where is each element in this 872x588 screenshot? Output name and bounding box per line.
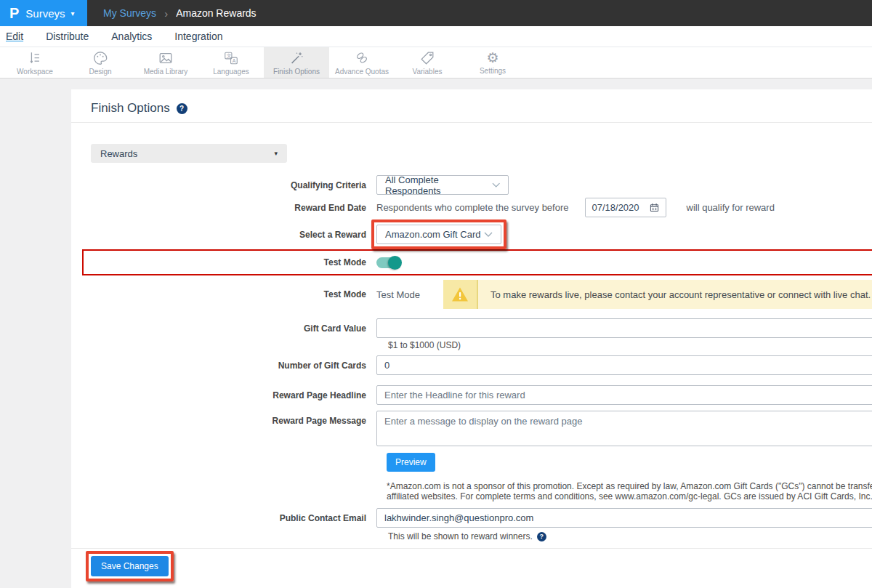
reward-page-headline-row: Reward Page Headline [71, 385, 872, 405]
public-contact-email-input[interactable] [376, 508, 872, 528]
surveys-finish-options-page: P Surveys ▾ My Surveys › Amazon Rewards … [0, 0, 872, 588]
gift-card-value-input[interactable] [376, 318, 872, 338]
warning-triangle-icon [451, 286, 469, 303]
select-reward-select[interactable]: Amazon.com Gift Card [376, 225, 501, 244]
qualifying-criteria-row: Qualifying Criteria All Complete Respond… [71, 175, 872, 195]
toolbar-item-languages[interactable]: 文 A Languages [198, 47, 264, 78]
nav-tab-distribute[interactable]: Distribute [46, 31, 89, 42]
divider [71, 548, 872, 549]
help-icon[interactable]: ? [537, 532, 546, 541]
reward-end-date-label: Reward End Date [71, 203, 376, 213]
toolbar-item-label: Media Library [144, 68, 188, 76]
breadcrumb-current-survey: Amazon Rewards [176, 7, 257, 19]
toolbar-item-label: Languages [213, 68, 249, 76]
toolbar-item-advance-quotas[interactable]: Advance Quotas [329, 47, 395, 78]
breadcrumb: My Surveys › Amazon Rewards [87, 0, 257, 26]
nav-tab-analytics[interactable]: Analytics [111, 31, 152, 42]
reward-end-date-prefix: Respondents who complete the survey befo… [376, 202, 569, 213]
media-library-icon [158, 50, 174, 66]
select-reward-label: Select a Reward [71, 230, 376, 240]
toolbar-item-finish-options[interactable]: Finish Options [264, 47, 329, 78]
red-annotation-row: Test Mode [82, 249, 872, 275]
nav-tab-integration[interactable]: Integration [174, 31, 222, 42]
select-reward-value: Amazon.com Gift Card [385, 229, 481, 240]
warning-message: To make rewards live, please contact you… [478, 280, 872, 309]
reward-page-headline-label: Reward Page Headline [71, 390, 376, 400]
section-nav: Edit Distribute Analytics Integration [0, 26, 872, 47]
toolbar-item-label: Advance Quotas [335, 68, 389, 76]
toolbar-item-label: Settings [480, 67, 506, 75]
tag-icon [419, 50, 435, 66]
nav-tab-edit[interactable]: Edit [6, 31, 23, 42]
qualifying-criteria-value: All Complete Respondents [385, 174, 492, 196]
public-contact-email-helper: This will be shown to reward winners. ? [388, 531, 872, 541]
languages-icon: 文 A [223, 50, 239, 66]
preview-button[interactable]: Preview [387, 453, 435, 472]
reward-page-message-row: Reward Page Message [71, 411, 872, 446]
breadcrumb-my-surveys[interactable]: My Surveys [103, 7, 156, 19]
qualifying-criteria-label: Qualifying Criteria [71, 180, 376, 190]
rewards-dropdown-value: Rewards [100, 148, 137, 159]
toolbar-item-media-library[interactable]: Media Library [133, 47, 198, 78]
toolbar-item-workspace[interactable]: Workspace [2, 47, 68, 78]
design-palette-icon [92, 50, 108, 66]
disclaimer-line-2: affiliated websites. For complete terms … [387, 492, 872, 502]
public-contact-email-label: Public Contact Email [71, 513, 376, 523]
chain-links-icon [354, 50, 370, 66]
select-reward-row: Select a Reward Amazon.com Gift Card [71, 220, 872, 249]
chevron-down-icon [484, 232, 493, 237]
toolbar-item-label: Variables [413, 68, 443, 76]
number-of-gift-cards-row: Number of Gift Cards [71, 355, 872, 375]
product-switcher[interactable]: P Surveys ▾ [0, 0, 87, 26]
top-header-bar: P Surveys ▾ My Surveys › Amazon Rewards [0, 0, 872, 26]
qualifying-criteria-select[interactable]: All Complete Respondents [376, 175, 509, 195]
divider [71, 122, 872, 123]
save-changes-button[interactable]: Save Changes [91, 556, 169, 576]
gift-card-value-row: Gift Card Value [71, 318, 872, 338]
test-mode-label: Test Mode [84, 257, 376, 267]
svg-text:文: 文 [227, 53, 232, 59]
reward-page-headline-input[interactable] [376, 385, 872, 405]
magic-wand-icon [288, 50, 304, 66]
toolbar-item-label: Finish Options [273, 68, 320, 76]
rewards-section-dropdown[interactable]: Rewards ▾ [91, 144, 287, 163]
finish-options-panel: Finish Options ? Rewards ▾ Qualifying Cr… [71, 89, 872, 588]
toolbar-item-design[interactable]: Design [68, 47, 133, 78]
toolbar-item-label: Design [89, 68, 111, 76]
toggle-knob [388, 256, 402, 270]
gear-icon: ⚙ [486, 51, 498, 65]
test-mode-toggle[interactable] [376, 257, 400, 268]
toolbar-item-settings[interactable]: ⚙ Settings [460, 47, 525, 78]
test-mode-warning-banner: To make rewards live, please contact you… [443, 280, 872, 309]
test-mode-status-value: Test Mode [376, 289, 420, 300]
workspace-icon [27, 50, 43, 66]
gift-card-value-helper: $1 to $1000 (USD) [388, 340, 872, 350]
chevron-down-icon: ▾ [71, 9, 75, 17]
edit-toolbar: Workspace Design Media Library [0, 47, 872, 78]
public-contact-email-row: Public Contact Email [71, 508, 872, 528]
email-helper-text: This will be shown to reward winners. [388, 531, 533, 541]
toolbar-item-label: Workspace [17, 68, 53, 76]
calendar-icon[interactable] [650, 203, 659, 212]
help-icon[interactable]: ? [177, 103, 187, 114]
gift-card-value-label: Gift Card Value [71, 323, 376, 334]
reward-end-date-suffix: will qualify for reward [687, 202, 775, 213]
test-mode-status-row: Test Mode Test Mode To make rewards live… [71, 280, 872, 309]
number-of-gift-cards-input[interactable] [376, 355, 872, 375]
reward-end-date-value: 07/18/2020 [592, 202, 639, 213]
product-name: Surveys [25, 7, 65, 20]
questionpro-logo-icon: P [9, 5, 19, 22]
reward-page-message-textarea[interactable] [376, 411, 872, 446]
disclaimer-line-1: *Amazon.com is not a sponsor of this pro… [387, 482, 872, 492]
page-title: Finish Options [91, 101, 170, 116]
svg-text:A: A [233, 58, 236, 63]
chevron-down-icon [492, 182, 500, 188]
red-annotation-box: Save Changes [86, 551, 174, 581]
reward-end-date-row: Reward End Date Respondents who complete… [71, 198, 872, 217]
reward-page-message-label: Reward Page Message [71, 416, 376, 426]
warning-icon-cell [443, 280, 477, 309]
number-of-gift-cards-label: Number of Gift Cards [71, 361, 376, 371]
amazon-disclaimer: *Amazon.com is not a sponsor of this pro… [387, 482, 872, 502]
reward-end-date-input[interactable]: 07/18/2020 [585, 198, 666, 217]
toolbar-item-variables[interactable]: Variables [395, 47, 460, 78]
